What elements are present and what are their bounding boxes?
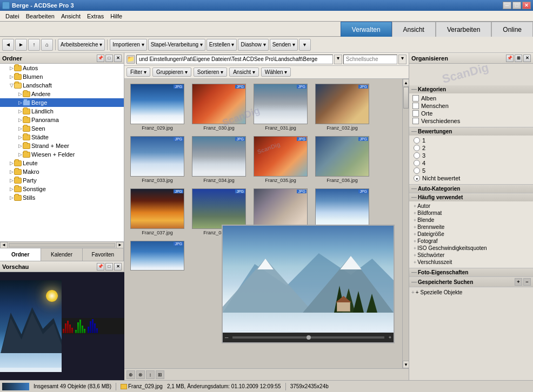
stapel-button[interactable]: Stapel-Verarbeitung ▾	[148, 39, 205, 51]
path-input[interactable]	[136, 55, 333, 64]
frequent-iso[interactable]: + ISO Geschwindigkeitsquoten	[411, 245, 531, 252]
tree-item-andere[interactable]: ▷ Andere	[0, 90, 124, 98]
preview-popup-slider-thumb[interactable]	[307, 335, 311, 340]
search-dropdown-button[interactable]: ▾	[398, 55, 407, 64]
thumb-item-franz036[interactable]: JPG Franz_036.jpg	[312, 134, 372, 185]
tree-item-blumen[interactable]: ▷ Blumen	[0, 72, 124, 81]
bottom-btn-2[interactable]: ⊗	[136, 370, 145, 379]
nav-home-button[interactable]: ⌂	[41, 39, 53, 51]
toolbar-extra-button[interactable]: ▾	[299, 39, 311, 51]
radio-2[interactable]	[414, 145, 420, 151]
rating-1[interactable]: 1	[411, 137, 531, 144]
tab-favoriten[interactable]: Favoriten	[83, 248, 124, 261]
tab-kalender[interactable]: Kalender	[41, 248, 82, 261]
thumb-item-franz037[interactable]: JPG Franz_037.jpg	[128, 187, 187, 237]
preview-popup-slider[interactable]	[232, 336, 384, 339]
preview-close-button[interactable]: ✕	[114, 263, 122, 271]
erstellen-button[interactable]: Erstellen ▾	[206, 39, 237, 51]
bottom-btn-1[interactable]: ⊕	[126, 370, 135, 379]
saved-searches-remove-button[interactable]: −	[523, 278, 531, 286]
senden-button[interactable]: Senden ▾	[270, 39, 298, 51]
category-alben[interactable]: Alben	[411, 94, 531, 102]
tree-item-staedte[interactable]: ▷ Städte	[0, 133, 124, 141]
gruppieren-button[interactable]: Gruppieren ▾	[152, 67, 191, 77]
radio-4[interactable]	[414, 160, 420, 166]
category-checkbox[interactable]	[412, 103, 419, 109]
tree-item-panorama[interactable]: ▷ Panorama	[0, 116, 124, 124]
rating-nicht[interactable]: Nicht bewertet	[411, 174, 531, 182]
radio-5[interactable]	[414, 167, 420, 174]
waehlen-button[interactable]: Wählen ▾	[261, 67, 291, 77]
tab-verarbeiten[interactable]: Verarbeiten	[436, 22, 491, 37]
frequent-bildformat[interactable]: + Bildformat	[411, 209, 531, 217]
tree-item-leute[interactable]: ▷ Leute	[0, 159, 124, 167]
frequent-fotograf[interactable]: + Fotograf	[411, 238, 531, 245]
tree-item-autos[interactable]: ▷ Autos	[0, 64, 124, 72]
importieren-button[interactable]: Importieren ▾	[110, 39, 146, 51]
filter-button[interactable]: Filter ▾	[126, 67, 150, 77]
tab-online[interactable]: Online	[491, 22, 533, 37]
tree-item-strand[interactable]: ▷ Strand + Meer	[0, 141, 124, 150]
diashow-button[interactable]: Diashow ▾	[238, 39, 268, 51]
minimize-button[interactable]: ─	[503, 2, 511, 9]
rating-2[interactable]: 2	[411, 144, 531, 152]
tree-item-berge[interactable]: ▷ Berge	[0, 98, 124, 107]
thumb-item-franz030[interactable]: JPG Franz_030.jpg	[189, 82, 249, 132]
close-button[interactable]: ✕	[522, 2, 531, 9]
rating-5[interactable]: 5	[411, 167, 531, 174]
menu-extras[interactable]: Extras	[84, 12, 107, 21]
radio-nicht[interactable]	[414, 175, 420, 181]
tree-item-seen[interactable]: ▷ Seen	[0, 124, 124, 133]
nav-forward-button[interactable]: ►	[15, 39, 27, 51]
menu-ansicht[interactable]: Ansicht	[58, 12, 84, 21]
saved-searches-header[interactable]: — Gespeicherte Suchen + −	[409, 277, 533, 287]
right-close-button[interactable]: ✕	[523, 55, 531, 62]
maximize-button[interactable]: □	[512, 2, 521, 9]
tree-item-landschaft[interactable]: ▽ Landschaft	[0, 81, 124, 90]
menu-bearbeiten[interactable]: Bearbeiten	[23, 12, 58, 21]
saved-searches-add-button[interactable]: +	[515, 278, 522, 286]
categories-header[interactable]: — Kategorien	[409, 85, 533, 93]
quicksearch-input[interactable]	[343, 55, 397, 64]
tab-verwalten[interactable]: Verwalten	[341, 22, 392, 37]
rating-4[interactable]: 4	[411, 159, 531, 167]
foto-props-header[interactable]: — Foto-Eigenschaften	[409, 268, 533, 276]
tree-item-sonstige[interactable]: ▷ Sonstige	[0, 185, 124, 193]
tree-item-wiesen[interactable]: ▷ Wiesen + Felder	[0, 150, 124, 159]
nav-back-button[interactable]: ◄	[2, 39, 14, 51]
radio-3[interactable]	[414, 152, 420, 159]
spezielle-objekte-section[interactable]: + + Spezielle Objekte	[409, 287, 533, 298]
category-orte[interactable]: Orte	[411, 110, 531, 117]
scroll-thumb[interactable]	[403, 87, 409, 109]
right-float-button[interactable]: ⊞	[515, 55, 522, 62]
path-folder-icon[interactable]: 📁	[126, 55, 135, 64]
thumb-item-franz033[interactable]: JPG Franz_033.jpg	[128, 134, 187, 185]
preview-pin-button[interactable]: 📌	[97, 263, 104, 271]
sortieren-button[interactable]: Sortieren ▾	[194, 67, 227, 77]
auto-categories-header[interactable]: — Auto-Kategorien	[409, 185, 533, 193]
thumb-item-franz029[interactable]: JPG Franz_029.jpg	[128, 82, 187, 132]
bottom-btn-4[interactable]: ⊞	[156, 370, 164, 379]
panel-close-button[interactable]: ✕	[114, 55, 122, 62]
thumb-item-franz034[interactable]: JPG Franz_034.jpg	[189, 134, 249, 185]
category-checkbox[interactable]	[412, 118, 419, 124]
frequent-dateigroesse[interactable]: + Dateigröße	[411, 231, 531, 238]
menu-hilfe[interactable]: Hilfe	[107, 12, 125, 21]
category-checkbox[interactable]	[412, 95, 419, 102]
arbeitsbereiche-button[interactable]: Arbeitsbereiche ▾	[58, 39, 105, 51]
nav-up-button[interactable]: ↑	[28, 39, 40, 51]
panel-float-button[interactable]: □	[105, 55, 113, 62]
preview-popup-minus[interactable]: ─	[225, 335, 228, 340]
tree-item-party[interactable]: ▷ Party	[0, 176, 124, 185]
thumb-item-franz031[interactable]: JPG Franz_031.jpg	[251, 82, 310, 132]
preview-popup-plus[interactable]: +	[389, 335, 391, 340]
scroll-up-button[interactable]: ▲	[403, 79, 409, 86]
radio-1[interactable]	[414, 137, 420, 144]
frequent-stichwoerter[interactable]: + Stichwörter	[411, 252, 531, 259]
rating-3[interactable]: 3	[411, 152, 531, 159]
frequent-brennweite[interactable]: + Brennweite	[411, 224, 531, 231]
thumb-item-partial[interactable]: JPG	[128, 239, 187, 272]
frequent-header[interactable]: — Häufig verwendet	[409, 193, 533, 201]
frequent-autor[interactable]: + Autor	[411, 202, 531, 209]
tab-ansicht[interactable]: Ansicht	[392, 22, 436, 37]
